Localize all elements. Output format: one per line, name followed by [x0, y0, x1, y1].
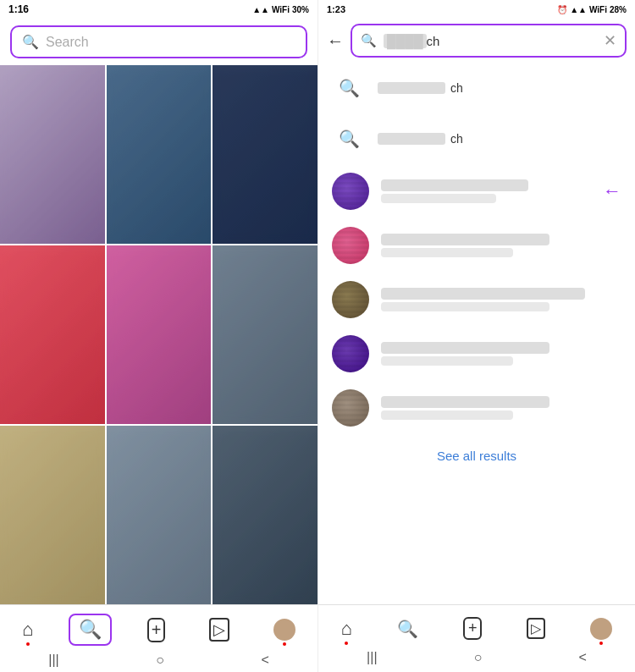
explore-photo-grid	[0, 65, 318, 604]
right-nav-create[interactable]: +	[455, 614, 491, 643]
right-bottom-nav: ⌂ 🔍 + ▷ ||| ○ <	[318, 604, 635, 672]
photo-cell-1[interactable]	[0, 65, 105, 244]
right-home-dot	[345, 642, 348, 645]
left-status-bar: 1:16 ▲▲ WiFi 30%	[0, 0, 318, 19]
search-icon: 🔍	[22, 34, 39, 50]
photo-cell-6[interactable]	[213, 245, 318, 424]
search-nav-icon: 🔍	[79, 619, 102, 641]
account-sub-1	[381, 194, 496, 203]
photo-cell-9[interactable]	[213, 426, 318, 604]
right-search-bar[interactable]: 🔍 ████ch ✕	[351, 24, 627, 58]
alarm-icon: ⏰	[557, 5, 567, 14]
list-item[interactable]	[318, 327, 635, 381]
back-arrow-button[interactable]: ←	[327, 31, 344, 51]
list-item[interactable]	[318, 218, 635, 273]
account-avatar-3	[332, 281, 369, 318]
nav-create[interactable]: +	[139, 614, 174, 646]
list-item[interactable]	[318, 164, 635, 218]
photo-cell-5[interactable]	[107, 245, 212, 424]
right-reels-icon: ▷	[527, 618, 545, 639]
visible-query: ch	[427, 34, 440, 48]
photo-cell-8[interactable]	[107, 426, 212, 604]
photo-cell-2[interactable]	[107, 65, 212, 244]
account-sub-3	[381, 302, 549, 311]
battery-right: 28%	[610, 5, 627, 14]
android-back-icon[interactable]: <	[261, 653, 268, 668]
account-info-5	[381, 396, 621, 420]
wifi-icon: WiFi	[272, 5, 290, 14]
suggestion-search-icon-1: 🔍	[332, 71, 366, 105]
left-time: 1:16	[8, 3, 29, 15]
see-all-results-button[interactable]: See all results	[318, 435, 635, 476]
suggestion-text-1: ch	[378, 81, 621, 95]
list-item[interactable]: 🔍 ch	[318, 113, 635, 164]
right-android-recent[interactable]: |||	[367, 650, 377, 665]
account-name-2	[381, 234, 549, 245]
nav-profile[interactable]	[265, 615, 304, 644]
signal-icon: ▲▲	[252, 5, 269, 14]
right-search-container: ← 🔍 ████ch ✕	[318, 19, 635, 63]
right-time: 1:23	[327, 4, 345, 14]
left-search-container: 🔍 Search	[0, 19, 318, 65]
right-profile-avatar	[590, 618, 612, 640]
right-status-bar: 1:23 ⏰ ▲▲ WiFi 28%	[318, 0, 635, 19]
left-android-nav: ||| ○ <	[0, 649, 318, 672]
blurred-query: ████	[384, 34, 427, 48]
search-icon-small: 🔍	[339, 78, 360, 98]
right-panel: 1:23 ⏰ ▲▲ WiFi 28% ← 🔍 ████ch ✕ 🔍	[318, 0, 635, 672]
right-search-icon: 🔍	[361, 33, 377, 48]
right-search-text: ████ch	[384, 34, 597, 48]
nav-reels[interactable]: ▷	[201, 614, 238, 645]
right-nav-reels[interactable]: ▷	[518, 614, 554, 642]
photo-cell-4[interactable]	[0, 245, 105, 424]
profile-avatar	[273, 619, 295, 641]
suggestion-search-icon-2: 🔍	[332, 122, 366, 156]
suggestion-text-2: ch	[378, 132, 621, 146]
signal-icon-right: ▲▲	[570, 5, 587, 14]
account-sub-4	[381, 356, 513, 366]
right-android-home[interactable]: ○	[474, 650, 483, 665]
visible-text: ch	[450, 81, 463, 95]
right-nav-search[interactable]: 🔍	[389, 615, 427, 642]
reels-icon: ▷	[209, 618, 229, 642]
account-sub-2	[381, 248, 513, 257]
account-avatar-2	[332, 227, 369, 264]
list-item[interactable]: 🔍 ch	[318, 63, 635, 113]
android-home-icon[interactable]: ○	[156, 653, 164, 668]
account-name-3	[381, 288, 585, 300]
right-android-back[interactable]: <	[579, 650, 587, 665]
right-status-icons: ⏰ ▲▲ WiFi 28%	[557, 5, 627, 14]
visible-text-2: ch	[450, 132, 463, 146]
right-profile-dot	[599, 642, 603, 645]
account-name-1	[381, 179, 528, 191]
photo-cell-3[interactable]	[213, 65, 318, 244]
right-android-nav: ||| ○ <	[318, 647, 635, 672]
account-info-3	[381, 288, 621, 311]
right-nav-icons: ⌂ 🔍 + ▷	[318, 605, 635, 647]
left-search-bar[interactable]: 🔍 Search	[10, 25, 307, 58]
list-item[interactable]	[318, 381, 635, 435]
left-panel: 1:16 ▲▲ WiFi 30% 🔍 Search ⌂	[0, 0, 318, 672]
right-nav-profile[interactable]	[582, 614, 621, 643]
account-avatar-4	[332, 335, 369, 372]
arrow-annotation-icon	[603, 180, 621, 202]
account-avatar-5	[332, 389, 369, 427]
photo-cell-7[interactable]	[0, 426, 105, 604]
battery-left: 30%	[292, 5, 309, 14]
clear-search-button[interactable]: ✕	[604, 31, 616, 50]
home-icon: ⌂	[22, 619, 33, 641]
nav-home[interactable]: ⌂	[14, 615, 41, 644]
search-results-list: 🔍 ch 🔍 ch	[318, 63, 635, 604]
account-name-4	[381, 342, 549, 354]
list-item[interactable]	[318, 273, 635, 327]
left-bottom-nav: ⌂ 🔍 + ▷ ||| ○ <	[0, 604, 318, 672]
profile-dot	[283, 642, 286, 646]
wifi-icon-right: WiFi	[589, 5, 607, 14]
android-recent-icon[interactable]: |||	[48, 653, 58, 668]
right-search-nav-icon: 🔍	[397, 619, 418, 639]
account-info-4	[381, 342, 621, 366]
nav-search[interactable]: 🔍	[69, 614, 112, 646]
left-nav-icons: ⌂ 🔍 + ▷	[0, 605, 318, 649]
search-placeholder-text: Search	[46, 35, 89, 50]
right-nav-home[interactable]: ⌂	[333, 614, 361, 643]
